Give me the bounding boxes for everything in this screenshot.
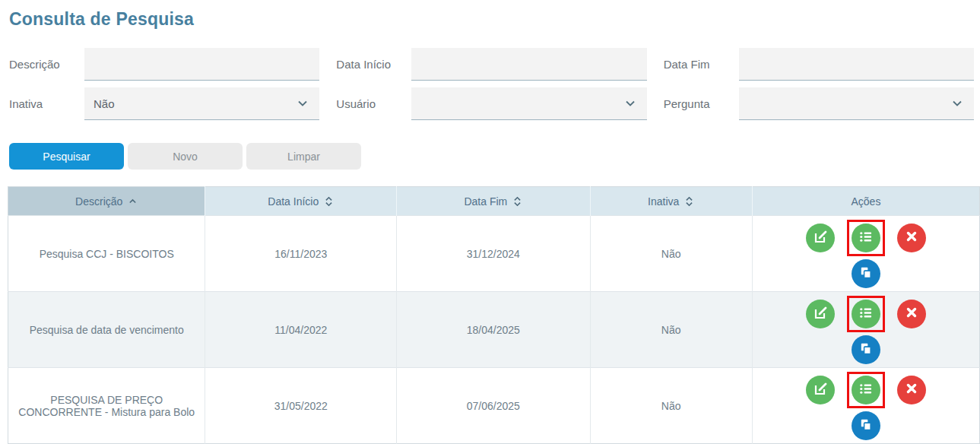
usuario-select[interactable] bbox=[411, 87, 646, 120]
edit-icon bbox=[813, 381, 828, 398]
cell-data-inicio: 11/04/2022 bbox=[205, 292, 397, 368]
cell-descricao: Pesquisa CCJ - BISCOITOS bbox=[8, 216, 205, 292]
table-row: Pesquisa CCJ - BISCOITOS 16/11/2023 31/1… bbox=[8, 216, 980, 292]
edit-icon bbox=[813, 229, 828, 246]
x-icon bbox=[905, 382, 918, 397]
copy-button[interactable] bbox=[852, 335, 880, 364]
cell-acoes bbox=[752, 292, 979, 368]
highlight-box bbox=[847, 220, 885, 256]
data-fim-label: Data Fim bbox=[661, 58, 739, 71]
chevron-down-icon bbox=[951, 97, 963, 109]
pesquisar-button[interactable]: Pesquisar bbox=[9, 143, 124, 170]
edit-button[interactable] bbox=[806, 300, 835, 328]
novo-button[interactable]: Novo bbox=[128, 143, 243, 170]
inativa-select-value: Não bbox=[94, 97, 115, 110]
copy-icon bbox=[858, 265, 873, 282]
data-inicio-label: Data Início bbox=[333, 58, 411, 71]
cell-data-inicio: 31/05/2022 bbox=[205, 368, 397, 444]
cell-acoes bbox=[752, 216, 979, 292]
descricao-input[interactable] bbox=[84, 48, 319, 81]
x-icon bbox=[905, 230, 918, 245]
sort-both-icon bbox=[324, 195, 334, 208]
column-header-label: Inativa bbox=[648, 195, 679, 208]
sort-asc-icon bbox=[128, 196, 138, 206]
filter-form: Descrição Data Início Data Fim Inativa N… bbox=[6, 48, 974, 120]
table-header-row: Descrição Data Início bbox=[8, 187, 980, 216]
sort-both-icon bbox=[512, 195, 522, 208]
pergunta-select[interactable] bbox=[739, 87, 974, 120]
cell-inativa: Não bbox=[590, 368, 752, 444]
list-icon bbox=[858, 382, 873, 398]
cell-data-fim: 18/04/2025 bbox=[397, 292, 590, 368]
data-fim-input[interactable] bbox=[739, 48, 974, 81]
column-header-inativa[interactable]: Inativa bbox=[590, 187, 752, 216]
copy-icon bbox=[858, 341, 873, 358]
cell-inativa: Não bbox=[590, 216, 752, 292]
delete-button[interactable] bbox=[897, 300, 926, 328]
copy-button[interactable] bbox=[852, 411, 880, 440]
inativa-select[interactable]: Não bbox=[84, 87, 319, 120]
table-row: PESQUISA DE PREÇO CONCORRENTE - Mistura … bbox=[8, 368, 980, 444]
consulta-pesquisa-page: Consulta de Pesquisa Descrição Data Iníc… bbox=[0, 0, 980, 444]
results-table: Descrição Data Início bbox=[8, 186, 980, 444]
sort-both-icon bbox=[684, 195, 694, 208]
x-icon bbox=[905, 306, 918, 321]
cell-descricao: PESQUISA DE PREÇO CONCORRENTE - Mistura … bbox=[8, 368, 205, 444]
column-header-label: Descrição bbox=[75, 195, 122, 208]
field-descricao: Descrição bbox=[6, 48, 319, 81]
column-header-label: Ações bbox=[852, 195, 881, 208]
edit-button[interactable] bbox=[806, 376, 835, 404]
list-icon bbox=[858, 230, 873, 246]
chevron-down-icon bbox=[624, 97, 636, 109]
table-row: Pesquisa de data de vencimento 11/04/202… bbox=[8, 292, 980, 368]
cell-descricao: Pesquisa de data de vencimento bbox=[8, 292, 205, 368]
copy-button[interactable] bbox=[852, 259, 880, 288]
edit-icon bbox=[813, 305, 828, 322]
delete-button[interactable] bbox=[897, 376, 926, 404]
field-inativa: Inativa Não bbox=[6, 87, 319, 120]
field-usuario: Usuário bbox=[333, 87, 646, 120]
page-title: Consulta de Pesquisa bbox=[6, 8, 974, 30]
column-header-label: Data Fim bbox=[464, 195, 507, 208]
cell-data-inicio: 16/11/2023 bbox=[205, 216, 397, 292]
edit-button[interactable] bbox=[806, 224, 835, 252]
field-data-fim: Data Fim bbox=[661, 48, 974, 81]
column-header-descricao[interactable]: Descrição bbox=[8, 187, 205, 216]
list-button[interactable] bbox=[852, 300, 880, 328]
highlight-box bbox=[847, 372, 885, 408]
pergunta-label: Pergunta bbox=[661, 97, 739, 110]
field-data-inicio: Data Início bbox=[333, 48, 646, 81]
list-button[interactable] bbox=[852, 376, 880, 404]
list-icon bbox=[858, 306, 873, 322]
toolbar: Pesquisar Novo Limpar bbox=[9, 143, 974, 170]
field-pergunta: Pergunta bbox=[661, 87, 974, 120]
column-header-data-fim[interactable]: Data Fim bbox=[397, 187, 590, 216]
usuario-label: Usuário bbox=[333, 97, 411, 110]
delete-button[interactable] bbox=[897, 224, 926, 252]
copy-icon bbox=[858, 417, 873, 434]
chevron-down-icon bbox=[297, 97, 309, 109]
column-header-data-inicio[interactable]: Data Início bbox=[205, 187, 397, 216]
inativa-label: Inativa bbox=[6, 97, 84, 110]
limpar-button[interactable]: Limpar bbox=[246, 143, 361, 170]
data-inicio-input[interactable] bbox=[411, 48, 646, 81]
cell-inativa: Não bbox=[590, 292, 752, 368]
highlight-box bbox=[847, 296, 885, 332]
descricao-label: Descrição bbox=[6, 58, 84, 71]
column-header-acoes: Ações bbox=[752, 187, 979, 216]
cell-data-fim: 07/06/2025 bbox=[397, 368, 590, 444]
column-header-label: Data Início bbox=[268, 195, 319, 208]
cell-acoes bbox=[752, 368, 979, 444]
list-button[interactable] bbox=[852, 224, 880, 252]
cell-data-fim: 31/12/2024 bbox=[397, 216, 590, 292]
